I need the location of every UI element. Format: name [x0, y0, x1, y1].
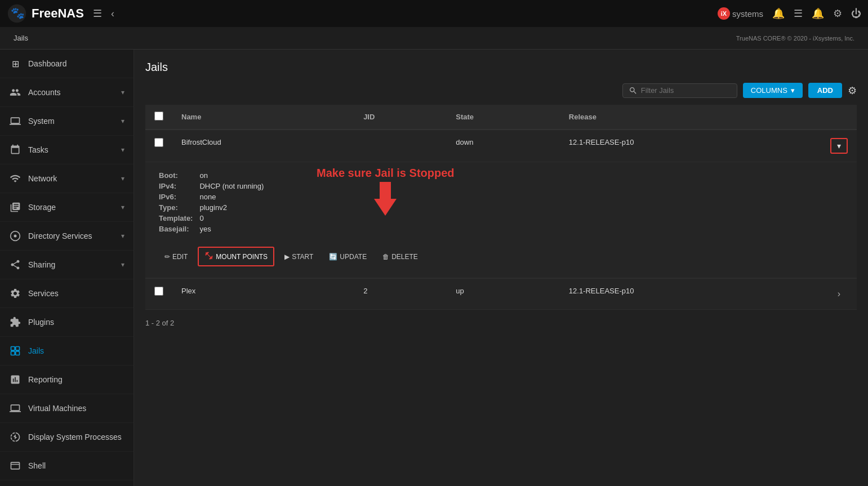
mount-points-icon — [204, 251, 213, 262]
search-box — [622, 83, 737, 98]
sidebar-item-sharing[interactable]: Sharing ▾ — [0, 251, 133, 279]
copyright: TrueNAS CORE® © 2020 - iXsystems, Inc. — [736, 35, 854, 42]
row1-expand-button[interactable]: ▾ — [830, 138, 848, 154]
sidebar-label-virtual-machines: Virtual Machines — [28, 404, 124, 413]
start-label: START — [292, 253, 313, 261]
row1-jid — [354, 130, 447, 162]
virtual-machines-icon — [9, 402, 21, 414]
sidebar-item-accounts[interactable]: Accounts ▾ — [0, 78, 133, 107]
menu-icon[interactable]: ☰ — [93, 7, 102, 20]
row2-release: 12.1-RELEASE-p10 — [560, 279, 821, 310]
basejail-label: Basejail: — [159, 225, 193, 233]
network-arrow: ▾ — [121, 175, 124, 182]
notifications-icon[interactable]: 🔔 — [812, 7, 824, 20]
sidebar-label-network: Network — [28, 174, 114, 183]
svg-rect-6 — [11, 351, 15, 355]
sharing-icon — [9, 258, 21, 271]
header-name: Name — [172, 105, 354, 130]
sidebar-item-shell[interactable]: Shell — [0, 452, 133, 480]
row2-name: Plex — [172, 279, 354, 310]
update-button[interactable]: 🔄 UPDATE — [323, 249, 372, 264]
power-icon[interactable]: ⏻ — [851, 8, 861, 20]
task-manager-icon[interactable]: ☰ — [794, 7, 803, 20]
sharing-arrow: ▾ — [121, 261, 124, 269]
sidebar-item-plugins[interactable]: Plugins — [0, 308, 133, 337]
row2-checkbox[interactable] — [154, 287, 163, 296]
sidebar-label-storage: Storage — [28, 203, 114, 212]
search-input[interactable] — [641, 86, 731, 95]
edit-button[interactable]: ✏ EDIT — [159, 249, 193, 264]
boot-value: on — [199, 171, 843, 180]
header-row: Name JID State Release — [145, 105, 857, 130]
columns-button[interactable]: COLUMNS ▾ — [743, 83, 803, 98]
ipv6-label: IPv6: — [159, 193, 193, 201]
services-icon — [9, 287, 21, 300]
svg-rect-7 — [16, 351, 20, 355]
sidebar-item-jails[interactable]: Jails — [0, 337, 133, 365]
table-header: Name JID State Release — [145, 105, 857, 130]
breadcrumb: Jails — [14, 34, 28, 42]
sidebar-item-dashboard[interactable]: ⊞ Dashboard — [0, 50, 133, 78]
storage-icon — [9, 201, 21, 213]
accounts-icon — [9, 86, 21, 99]
ipv6-value: none — [199, 193, 843, 201]
logo-icon: 🐾 — [7, 3, 27, 24]
search-icon — [629, 86, 638, 95]
sidebar-item-storage[interactable]: Storage ▾ — [0, 193, 133, 222]
row1-checkbox[interactable] — [154, 138, 163, 147]
sidebar-item-directory-services[interactable]: Directory Services ▾ — [0, 222, 133, 251]
app-logo: 🐾 FreeNAS — [7, 3, 84, 24]
breadcrumb-bar: Jails TrueNAS CORE® © 2020 - iXsystems, … — [0, 27, 868, 50]
header-expand — [821, 105, 857, 130]
add-button[interactable]: ADD — [808, 83, 842, 98]
sidebar-label-system: System — [28, 117, 114, 126]
header-release: Release — [560, 105, 821, 130]
table-body: BifrostCloud down 12.1-RELEASE-p10 ▾ — [145, 130, 857, 310]
start-button[interactable]: ▶ START — [279, 249, 319, 264]
settings-icon[interactable]: ⚙ — [833, 7, 842, 20]
sidebar-item-label: Dashboard — [28, 59, 124, 68]
header-state: State — [447, 105, 560, 130]
ix-systems-logo: iX systems — [718, 7, 763, 20]
display-system-processes-icon — [9, 431, 21, 443]
select-all-checkbox[interactable] — [154, 112, 163, 121]
sidebar-label-shell: Shell — [28, 461, 124, 470]
delete-label: DELETE — [391, 253, 418, 261]
delete-button[interactable]: 🗑 DELETE — [377, 249, 424, 264]
system-icon — [9, 115, 21, 127]
template-value: 0 — [199, 214, 843, 222]
delete-icon: 🗑 — [382, 253, 389, 261]
svg-text:🐾: 🐾 — [11, 6, 25, 20]
directory-services-arrow: ▾ — [121, 232, 124, 240]
sidebar-item-services[interactable]: Services — [0, 279, 133, 308]
app-name: FreeNAS — [32, 6, 84, 21]
sidebar-item-virtual-machines[interactable]: Virtual Machines — [0, 394, 133, 423]
row2-jid: 2 — [354, 279, 447, 310]
mount-points-label: MOUNT POINTS — [216, 253, 268, 261]
sidebar-label-accounts: Accounts — [28, 88, 114, 97]
row1-name: BifrostCloud — [172, 130, 354, 162]
sidebar-item-guide[interactable]: Guide — [0, 480, 133, 486]
jails-icon — [9, 345, 21, 357]
sidebar-item-reporting[interactable]: Reporting — [0, 365, 133, 394]
sidebar-item-tasks[interactable]: Tasks ▾ — [0, 136, 133, 164]
svg-point-3 — [14, 235, 17, 238]
edit-label: EDIT — [172, 253, 188, 261]
alert-icon[interactable]: 🔔 — [772, 7, 785, 20]
sidebar-item-display-system-processes[interactable]: Display System Processes — [0, 423, 133, 452]
edit-icon: ✏ — [164, 253, 170, 261]
row1-release: 12.1-RELEASE-p10 — [560, 130, 821, 162]
sidebar-item-network[interactable]: Network ▾ — [0, 164, 133, 193]
svg-rect-4 — [11, 347, 15, 351]
row1-state: down — [447, 130, 560, 162]
back-icon[interactable]: ‹ — [111, 8, 114, 20]
table-settings-icon[interactable]: ⚙ — [848, 84, 857, 97]
plugins-icon — [9, 316, 21, 328]
jails-table: Name JID State Release BifrostCloud down — [145, 105, 857, 310]
basejail-value: yes — [199, 225, 843, 233]
sidebar-label-reporting: Reporting — [28, 375, 124, 384]
row1-detail-content: Boot: on IPv4: DHCP (not running) IPv6: … — [145, 162, 857, 278]
mount-points-button[interactable]: MOUNT POINTS — [198, 247, 274, 266]
row2-expand-button[interactable]: › — [833, 287, 845, 301]
sidebar-item-system[interactable]: System ▾ — [0, 107, 133, 136]
